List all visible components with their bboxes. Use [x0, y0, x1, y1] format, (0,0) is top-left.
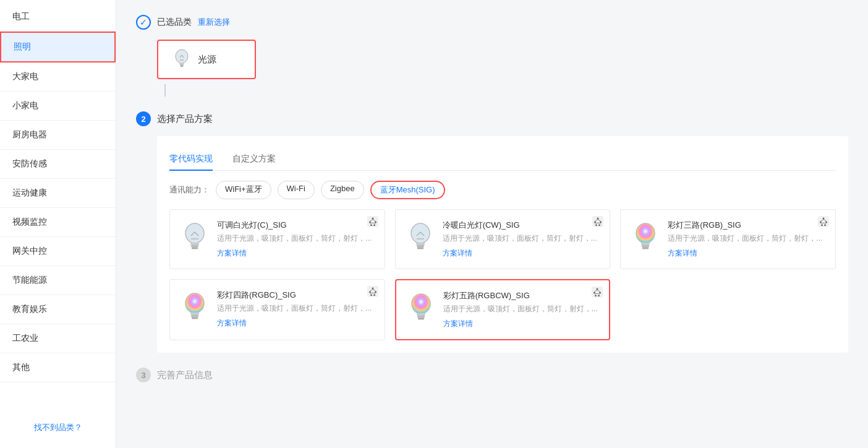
svg-line-80	[595, 294, 596, 295]
sidebar-item-agriculture[interactable]: 工农业	[0, 324, 116, 353]
sidebar-item-electrician[interactable]: 电工	[0, 2, 116, 32]
svg-point-41	[636, 223, 655, 243]
svg-point-47	[825, 222, 827, 223]
svg-point-33	[600, 222, 602, 223]
svg-rect-72	[418, 318, 424, 320]
svg-point-24	[411, 223, 430, 243]
product-detail-link[interactable]: 方案详情	[668, 249, 697, 257]
tab-no-code[interactable]: 零代码实现	[169, 149, 213, 171]
sidebar-item-sports[interactable]: 运动健康	[0, 179, 116, 208]
svg-point-0	[176, 50, 188, 63]
cant-find-category[interactable]: 找不到品类？	[0, 417, 116, 438]
product-name: 彩灯三路(RGB)_SIG	[668, 220, 825, 231]
bt-mesh-icon	[367, 216, 378, 227]
step1-header: ✓ 已选品类 重新选择	[136, 15, 848, 30]
svg-rect-57	[191, 315, 198, 317]
step3-header: 3 完善产品信息	[136, 368, 848, 382]
sidebar-item-small-appliances[interactable]: 小家电	[0, 92, 116, 121]
bt-mesh-icon	[818, 216, 829, 227]
svg-line-21	[370, 223, 371, 225]
product-desc: 适用于光源，吸顶灯，面板灯，筒灯，射灯，...	[668, 233, 825, 244]
product-bulb-icon	[631, 220, 660, 257]
svg-line-65	[373, 290, 376, 291]
svg-point-7	[185, 223, 204, 243]
product-card-inner: 冷暖白光灯(CW)_SIG 适用于光源，吸顶灯，面板灯，筒灯，射灯，... 方案…	[406, 220, 600, 259]
step2-title: 选择产品方案	[157, 113, 213, 125]
svg-point-15	[369, 222, 371, 223]
product-bulb-icon	[406, 220, 435, 257]
sidebar-item-gateway[interactable]: 网关中控	[0, 237, 116, 266]
svg-rect-27	[417, 248, 423, 249]
svg-rect-43	[642, 245, 649, 248]
product-detail-link[interactable]: 方案详情	[217, 249, 247, 257]
sidebar-item-kitchen[interactable]: 厨房电器	[0, 121, 116, 150]
filter-wifi-bt[interactable]: WiFi+蓝牙	[216, 181, 271, 199]
product-card-cw-sig[interactable]: 冷暖白光灯(CW)_SIG 适用于光源，吸顶灯，面板灯，筒灯，射灯，... 方案…	[395, 209, 611, 269]
tab-custom[interactable]: 自定义方案	[232, 149, 276, 171]
reselect-link[interactable]: 重新选择	[198, 17, 230, 28]
svg-point-18	[373, 225, 375, 226]
product-info: 彩灯四路(RGBC)_SIG 适用于光源，吸顶灯，面板灯，筒灯，射灯，... 方…	[217, 290, 375, 329]
svg-line-39	[600, 223, 601, 225]
sidebar-item-video[interactable]: 视频监控	[0, 208, 116, 237]
svg-point-69	[412, 294, 430, 314]
step3-title: 完善产品信息	[157, 369, 213, 381]
product-detail-link[interactable]: 方案详情	[217, 319, 247, 327]
bt-mesh-icon	[592, 286, 603, 298]
svg-line-81	[599, 294, 600, 295]
svg-line-52	[820, 223, 822, 225]
svg-point-34	[595, 225, 597, 226]
product-card-rgbcw-sig[interactable]: 彩灯五路(RGBCW)_SIG 适用于光源，吸顶灯，面板灯，筒灯，射灯，... …	[395, 279, 611, 340]
product-info: 可调白光灯(C)_SIG 适用于光源，吸顶灯，面板灯，筒灯，射灯，... 方案详…	[217, 220, 375, 259]
svg-point-73	[597, 288, 598, 290]
product-name: 彩灯四路(RGBC)_SIG	[217, 290, 375, 301]
svg-line-51	[823, 220, 827, 222]
sidebar-item-energy[interactable]: 节能能源	[0, 266, 116, 295]
product-desc: 适用于光源，吸顶灯，面板灯，筒灯，射灯，...	[443, 233, 600, 244]
svg-line-50	[820, 220, 823, 222]
bt-mesh-icon	[592, 216, 603, 227]
svg-point-77	[598, 295, 600, 297]
products-grid: 可调白光灯(C)_SIG 适用于光源，吸顶灯，面板灯，筒灯，射灯，... 方案详…	[169, 209, 836, 340]
step2-section: 2 选择产品方案 零代码实现自定义方案 通讯能力： WiFi+蓝牙Wi-FiZi…	[136, 111, 848, 353]
product-bulb-icon	[406, 290, 436, 327]
selected-category-card[interactable]: 光源	[157, 40, 256, 79]
svg-rect-70	[417, 313, 425, 316]
product-info: 彩灯三路(RGB)_SIG 适用于光源，吸顶灯，面板灯，筒灯，射灯，... 方案…	[668, 220, 825, 259]
sidebar-item-other[interactable]: 其他	[0, 353, 116, 382]
svg-point-63	[373, 295, 375, 296]
product-detail-link[interactable]: 方案详情	[443, 249, 472, 257]
sidebar-item-lighting[interactable]: 照明	[0, 32, 116, 62]
product-card-inner: 彩灯五路(RGBCW)_SIG 适用于光源，吸顶灯，面板灯，筒灯，射灯，... …	[406, 290, 600, 329]
filter-bt-mesh[interactable]: 蓝牙Mesh(SIG)	[370, 181, 445, 199]
product-name: 可调白光灯(C)_SIG	[217, 220, 375, 231]
product-desc: 适用于光源，吸顶灯，面板灯，筒灯，射灯，...	[443, 304, 600, 314]
tab-bar: 零代码实现自定义方案	[169, 149, 836, 171]
filter-wifi[interactable]: Wi-Fi	[278, 181, 315, 199]
svg-rect-8	[190, 243, 199, 245]
product-card-tunable-white-c-sig[interactable]: 可调白光灯(C)_SIG 适用于光源，吸顶灯，面板灯，筒灯，射灯，... 方案详…	[169, 209, 385, 269]
svg-rect-25	[416, 243, 425, 245]
product-card-inner: 彩灯四路(RGBC)_SIG 适用于光源，吸顶灯，面板灯，筒灯，射灯，... 方…	[180, 290, 375, 329]
svg-line-19	[370, 220, 373, 222]
svg-point-17	[370, 225, 372, 226]
svg-line-64	[370, 290, 373, 291]
product-card-rgbc-sig[interactable]: 彩灯四路(RGBC)_SIG 适用于光源，吸顶灯，面板灯，筒灯，射灯，... 方…	[169, 279, 385, 340]
svg-point-48	[821, 225, 823, 226]
filter-zigbee[interactable]: Zigbee	[321, 181, 364, 199]
sidebar-item-security[interactable]: 安防传感	[0, 150, 116, 179]
svg-rect-3	[181, 66, 184, 67]
svg-line-37	[598, 220, 601, 222]
step1-title: 已选品类	[157, 17, 192, 28]
svg-line-78	[595, 290, 598, 292]
svg-point-31	[597, 218, 599, 220]
step1-check-icon: ✓	[136, 15, 151, 30]
step1-section: ✓ 已选品类 重新选择 光	[136, 15, 848, 97]
step3-number-circle: 3	[136, 368, 151, 382]
sidebar-item-appliances[interactable]: 大家电	[0, 62, 116, 92]
product-detail-link[interactable]: 方案详情	[443, 319, 473, 328]
sidebar-item-education[interactable]: 教育娱乐	[0, 295, 116, 324]
product-card-inner: 彩灯三路(RGB)_SIG 适用于光源，吸顶灯，面板灯，筒灯，射灯，... 方案…	[631, 220, 825, 259]
product-card-rgb-sig[interactable]: 彩灯三路(RGB)_SIG 适用于光源，吸顶灯，面板灯，筒灯，射灯，... 方案…	[620, 209, 836, 269]
svg-point-61	[375, 291, 377, 293]
